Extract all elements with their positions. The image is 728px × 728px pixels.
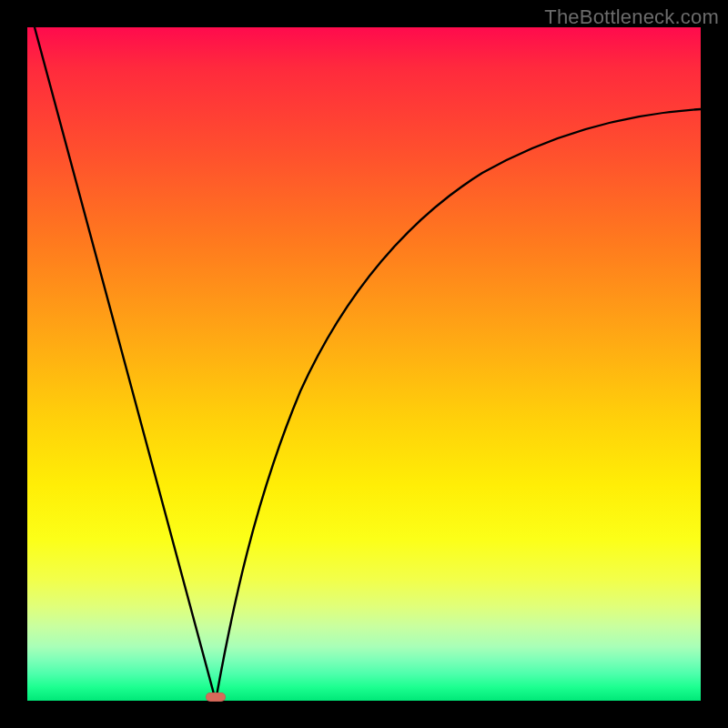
chart-frame: TheBottleneck.com	[0, 0, 728, 728]
valley-marker	[206, 693, 226, 702]
bottleneck-curve	[27, 27, 701, 701]
curve-left-branch	[35, 27, 216, 701]
watermark-text: TheBottleneck.com	[544, 5, 719, 29]
curve-right-branch	[216, 109, 701, 701]
plot-area	[27, 27, 701, 701]
